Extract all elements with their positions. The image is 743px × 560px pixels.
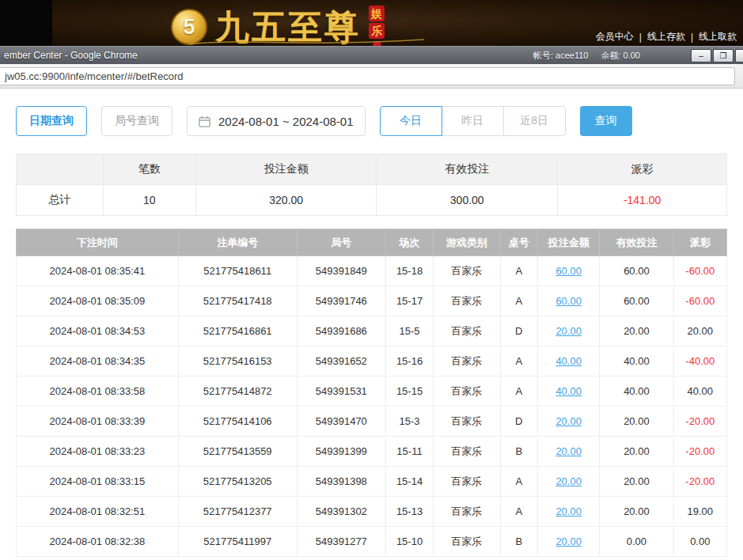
cell-game: 百家乐 bbox=[434, 527, 500, 557]
table-row: 2024-08-01 08:34:35521775416153549391652… bbox=[17, 346, 727, 376]
cell-amount: 60.00 bbox=[538, 286, 600, 316]
bet-amount-link[interactable]: 20.00 bbox=[555, 445, 582, 457]
bet-amount-link[interactable]: 20.00 bbox=[555, 535, 582, 547]
cell-table: D bbox=[500, 316, 538, 346]
col-bet-time: 下注时间 bbox=[17, 229, 179, 256]
bet-amount-link[interactable]: 60.00 bbox=[555, 265, 582, 277]
table-row: 2024-08-01 08:32:38521775411997549391277… bbox=[17, 527, 727, 557]
cell-amount: 20.00 bbox=[538, 497, 600, 527]
summary-table: 笔数 投注金额 有效投注 派彩 总计 10 320.00 300.00 -141… bbox=[16, 153, 727, 216]
cell-round_no: 549391399 bbox=[297, 437, 385, 467]
window-controls: – ❐ ✕ bbox=[691, 49, 743, 62]
cell-round_no: 549391398 bbox=[297, 467, 385, 497]
last-8-days-button[interactable]: 近8日 bbox=[503, 106, 566, 136]
table-row: 2024-08-01 08:32:51521775412377549391302… bbox=[17, 497, 727, 527]
cell-table: D bbox=[500, 407, 538, 437]
nav-member-center[interactable]: 会员中心 bbox=[596, 30, 634, 44]
cell-bet_no: 521775413559 bbox=[178, 437, 297, 467]
cell-amount: 20.00 bbox=[538, 437, 600, 467]
date-query-tab[interactable]: 日期查询 bbox=[16, 106, 87, 136]
bet-amount-link[interactable]: 40.00 bbox=[555, 385, 582, 397]
cell-session: 15-17 bbox=[385, 286, 433, 316]
cell-table: A bbox=[500, 286, 538, 316]
summary-total-label: 总计 bbox=[17, 185, 104, 216]
cell-session: 15-16 bbox=[385, 346, 433, 376]
cell-round_no: 549391849 bbox=[297, 256, 385, 286]
cell-session: 15-18 bbox=[385, 256, 433, 286]
browser-titlebar[interactable]: ember Center - Google Chrome 帐号: acee110… bbox=[0, 46, 743, 64]
summary-total-row: 总计 10 320.00 300.00 -141.00 bbox=[17, 185, 727, 216]
summary-total-count: 10 bbox=[103, 185, 196, 216]
cell-time: 2024-08-01 08:33:39 bbox=[17, 407, 179, 437]
table-row: 2024-08-01 08:34:53521775416861549391686… bbox=[17, 316, 727, 346]
cell-payout: -60.00 bbox=[673, 256, 726, 286]
col-valid-bet: 有效投注 bbox=[600, 229, 673, 256]
round-query-tab[interactable]: 局号查询 bbox=[101, 106, 172, 136]
date-range-input[interactable]: 2024-08-01 ~ 2024-08-01 bbox=[187, 106, 366, 136]
cell-amount: 20.00 bbox=[538, 527, 600, 557]
cell-session: 15-13 bbox=[385, 497, 433, 527]
cell-payout: 40.00 bbox=[673, 376, 726, 407]
cell-time: 2024-08-01 08:32:51 bbox=[17, 497, 179, 527]
bet-amount-link[interactable]: 20.00 bbox=[555, 325, 582, 337]
cell-bet_no: 521775411997 bbox=[178, 527, 297, 557]
search-button[interactable]: 查询 bbox=[580, 106, 632, 136]
maximize-button[interactable]: ❐ bbox=[713, 49, 734, 62]
cell-time: 2024-08-01 08:33:15 bbox=[17, 467, 179, 497]
cell-valid: 40.00 bbox=[600, 346, 673, 376]
cell-bet_no: 521775414106 bbox=[178, 407, 297, 437]
nav-online-withdraw[interactable]: 线上取款 bbox=[699, 30, 737, 44]
account-balance: 余额: 0.00 bbox=[601, 50, 640, 62]
bet-record-table: 下注时间 注单编号 局号 场次 游戏类别 桌号 投注金额 有效投注 派彩 202… bbox=[16, 229, 727, 557]
account-id: 帐号: acee110 bbox=[533, 50, 589, 62]
col-bet-amount: 投注金额 bbox=[538, 229, 600, 256]
table-row: 2024-08-01 08:33:23521775413559549391399… bbox=[17, 437, 727, 467]
yesterday-button[interactable]: 昨日 bbox=[442, 106, 504, 136]
cell-amount: 40.00 bbox=[538, 346, 600, 376]
cell-session: 15-15 bbox=[385, 376, 433, 407]
site-header: 5 九五至尊 娱 乐 会员中心 | 线上存款 | 线上取款 bbox=[0, 0, 743, 46]
cell-round_no: 549391531 bbox=[297, 376, 385, 407]
bet-amount-link[interactable]: 20.00 bbox=[555, 415, 582, 427]
cell-valid: 20.00 bbox=[600, 497, 673, 527]
summary-header-bet-amount: 投注金额 bbox=[196, 154, 377, 185]
cell-payout: -20.00 bbox=[673, 437, 726, 467]
cell-time: 2024-08-01 08:33:23 bbox=[17, 437, 179, 467]
nav-online-deposit[interactable]: 线上存款 bbox=[647, 30, 685, 44]
cell-session: 15-11 bbox=[385, 437, 433, 467]
summary-header-count: 笔数 bbox=[103, 154, 196, 185]
summary-header-blank bbox=[17, 154, 104, 185]
date-range-value: 2024-08-01 ~ 2024-08-01 bbox=[218, 115, 354, 128]
bet-table-body: 2024-08-01 08:35:41521775418611549391849… bbox=[17, 256, 727, 557]
bet-amount-link[interactable]: 60.00 bbox=[555, 295, 582, 307]
close-button[interactable]: ✕ bbox=[735, 49, 743, 62]
cell-valid: 20.00 bbox=[600, 316, 673, 346]
badge-char: 娱 bbox=[369, 6, 385, 21]
cell-time: 2024-08-01 08:33:58 bbox=[17, 376, 179, 407]
summary-header-payout: 派彩 bbox=[558, 154, 727, 185]
cell-payout: -20.00 bbox=[673, 467, 726, 497]
cell-table: A bbox=[500, 256, 538, 286]
cell-game: 百家乐 bbox=[434, 346, 500, 376]
cell-amount: 20.00 bbox=[538, 316, 600, 346]
cell-time: 2024-08-01 08:34:53 bbox=[17, 316, 179, 346]
cell-session: 15-14 bbox=[385, 467, 433, 497]
summary-total-valid-bet: 300.00 bbox=[377, 185, 558, 216]
cell-table: B bbox=[500, 527, 538, 557]
cell-amount: 20.00 bbox=[538, 407, 600, 437]
minimize-button[interactable]: – bbox=[691, 49, 711, 62]
url-input[interactable]: jw05.cc:9900/infe/mcenter/#/betRecord bbox=[0, 67, 735, 85]
col-bet-number: 注单编号 bbox=[178, 229, 297, 256]
bet-amount-link[interactable]: 20.00 bbox=[555, 505, 582, 517]
cell-table: B bbox=[500, 437, 538, 467]
cell-bet_no: 521775413205 bbox=[178, 467, 297, 497]
cell-amount: 60.00 bbox=[538, 256, 600, 286]
summary-header-row: 笔数 投注金额 有效投注 派彩 bbox=[17, 154, 727, 185]
table-row: 2024-08-01 08:33:39521775414106549391470… bbox=[17, 407, 727, 437]
bet-amount-link[interactable]: 40.00 bbox=[555, 355, 582, 367]
bet-record-page: 日期查询 局号查询 2024-08-01 ~ 2024-08-01 今日 昨日 … bbox=[0, 89, 743, 557]
nav-separator: | bbox=[691, 32, 693, 43]
bet-amount-link[interactable]: 20.00 bbox=[555, 475, 582, 487]
cell-game: 百家乐 bbox=[434, 467, 500, 497]
today-button[interactable]: 今日 bbox=[380, 106, 442, 136]
